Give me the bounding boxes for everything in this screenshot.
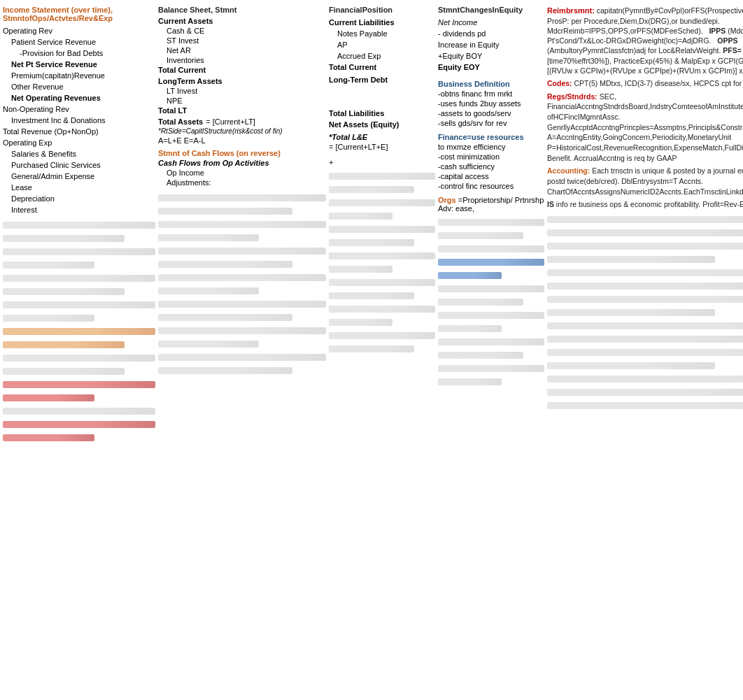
orgs-header: Orgs =Proprietorship/ Prtnrshp Adv: ease… (438, 196, 544, 213)
finance-section: Finance=use resources to mxmze efficienc… (438, 133, 544, 192)
business-def-section: Business Definition -obtns financ frm mr… (438, 77, 544, 129)
depreciation: Depreciation (3, 194, 155, 203)
other-revenue: Other Revenue (3, 83, 155, 91)
bd-item2: -uses funds 2buy assets (438, 99, 544, 108)
cash-flows-header: Stmnt of Cash Flows (on reverse) (158, 149, 326, 157)
orgs-section: Orgs =Proprietorship/ Prtnrshp Adv: ease… (438, 196, 544, 213)
increase-equity: Increase in Equity (438, 41, 544, 49)
lt-invest: LT Invest (158, 87, 326, 95)
ap: AP (329, 41, 435, 49)
patient-service-rev: Patient Service Revenue (3, 38, 155, 46)
total-assets-row: Total Assets = [Current+LT] (158, 117, 326, 126)
ae-equation: A=L+E E=A-L (158, 136, 326, 145)
longterm-assets-label: LongTerm Assets (158, 77, 326, 85)
accounting-header: Accounting: (547, 166, 590, 175)
lt-debt-blank1 (329, 87, 435, 95)
inventories: Inventories (158, 56, 326, 64)
op-income: Op Income (158, 169, 326, 177)
col3-header: FinancialPosition (329, 6, 435, 14)
net-assets-equity: Net Assets (Equity) (329, 120, 435, 129)
dividends-pd: - dividends pd (438, 29, 544, 38)
reimb-header: Reimbrsmnt: (547, 6, 595, 15)
is-block: IS info re business ops & economic profi… (547, 199, 743, 210)
current-liabilities-label: Current Liabilities (329, 18, 435, 27)
net-operating-revenues: Net Operating Revenues (3, 94, 155, 102)
salaries-benefits: Salaries & Benefits (3, 150, 155, 158)
income-statement-column: Income Statement (over time), StmntofOps… (3, 6, 155, 443)
changes-equity-column: StmntChangesInEquity Net Income - divide… (438, 6, 544, 443)
npe: NPE (158, 97, 326, 105)
operating-exp: Operating Exp (3, 138, 155, 147)
plus-sign: + (329, 158, 435, 166)
lease: Lease (3, 183, 155, 192)
rtside-note: *RtSide=CapitlStructure(risk&cost of fin… (158, 127, 326, 135)
non-op-rev: Non-Operating Rev (3, 105, 155, 113)
purchased-clinic-services: Purchased Clinic Services (3, 161, 155, 169)
equity-boy: +Equity BOY (438, 52, 544, 60)
opps-bold: OPPS (717, 36, 737, 45)
equity-eoy: Equity EOY (438, 63, 544, 71)
accrual-text: AccrualAccntng is req by GAAP (574, 154, 677, 162)
col2-blurred-content (158, 192, 326, 376)
net-income: Net Income (438, 18, 544, 27)
regs-text: SEC, FinancialAccntngStndrdsBoard,Indstr… (547, 92, 743, 162)
total-lae-row: *Total L&E (329, 133, 435, 141)
provision-bad-debts: -Provision for Bad Debts (3, 49, 155, 57)
accounting-block: Accounting: Each trnsctn is unique & pos… (547, 166, 743, 197)
longterm-debt-label: Long-Term Debt (329, 76, 435, 84)
col1-header: Income Statement (over time), StmntofOps… (3, 6, 155, 22)
finance-header: Finance=use resources (438, 133, 544, 141)
bd-item4: -sells gds/srv for rev (438, 119, 544, 127)
regs-header: Regs/Stndrds: (547, 92, 597, 101)
codes-text: CPT(5) MDtxs, ICD(3-7) disease/sx, HCPCS… (574, 79, 743, 87)
ipps-bold: IPPS (709, 27, 726, 35)
lt-debt-blank2 (329, 98, 435, 106)
net-pt-service-rev: Net Pt Service Revenue (3, 60, 155, 69)
op-rev-label: Operating Rev (3, 27, 155, 35)
opps-text: (AmbultoryPymntClassfctn)adj for Loc&Rel… (547, 46, 721, 55)
finance-item2: to mxmze efficiency (438, 143, 544, 151)
codes-block: Codes: CPT(5) MDtxs, ICD(3-7) disease/sx… (547, 78, 743, 89)
finance-item3: -cost minimization (438, 152, 544, 161)
reimb-text-block: Reimbrsmnt: capitatn(PymntBy#CovPpl)orFF… (547, 6, 743, 76)
net-ar: Net AR (158, 46, 326, 55)
financial-position-column: FinancialPosition Current Liabilities No… (329, 6, 435, 443)
accrued-exp: Accrued Exp (329, 52, 435, 60)
adjustments: Adjustments: (158, 178, 326, 187)
is-text: info re business ops & economic profitab… (556, 200, 743, 208)
finance-item4: -cash sufficiency (438, 162, 544, 171)
total-current-assets: Total Current (158, 66, 326, 74)
total-lt: Total LT (158, 106, 326, 115)
notes-payable: Notes Payable (329, 29, 435, 38)
col3-blurred-content (329, 171, 435, 355)
codes-header: Codes: (547, 79, 572, 87)
total-liabilities: Total Liabilities (329, 109, 435, 117)
total-current-liabilities: Total Current (329, 63, 435, 71)
bd-item3: -assets to goods/serv (438, 109, 544, 117)
bd-item1: -obtns financ frm mrkt (438, 90, 544, 98)
total-revenue: Total Revenue (Op+NonOp) (3, 127, 155, 136)
col5-blurred-content (547, 214, 743, 411)
st-invest: ST Invest (158, 36, 326, 45)
balance-sheet-assets-column: Balance Sheet, Stmnt Current Assets Cash… (158, 6, 326, 443)
premium-revenue: Premium(capitatn)Revenue (3, 71, 155, 80)
finance-item6: -control finc resources (438, 182, 544, 190)
col1-blurred-content (3, 220, 155, 443)
col2-header: Balance Sheet, Stmnt (158, 6, 326, 14)
col4-header: StmntChangesInEquity (438, 6, 544, 14)
col4-blurred-content (438, 217, 544, 387)
is-bold: IS (547, 200, 554, 208)
reimbursement-column: Reimbrsmnt: capitatn(PymntBy#CovPpl)orFF… (547, 6, 743, 443)
general-admin-expense: General/Admin Expense (3, 172, 155, 180)
lae-equation: = [Current+LT+E] (329, 143, 435, 151)
cash-ce: Cash & CE (158, 27, 326, 35)
investment-donations: Investment Inc & Donations (3, 116, 155, 124)
cash-flows-op-label: Cash Flows from Op Activities (158, 159, 326, 167)
interest: Interest (3, 206, 155, 214)
business-def-header: Business Definition (438, 80, 544, 88)
finance-item5: -capital access (438, 172, 544, 180)
current-assets-label: Current Assets (158, 17, 326, 25)
regs-block: Regs/Stndrds: SEC, FinancialAccntngStndr… (547, 92, 743, 164)
pfs-bold: PFS= (723, 46, 742, 55)
